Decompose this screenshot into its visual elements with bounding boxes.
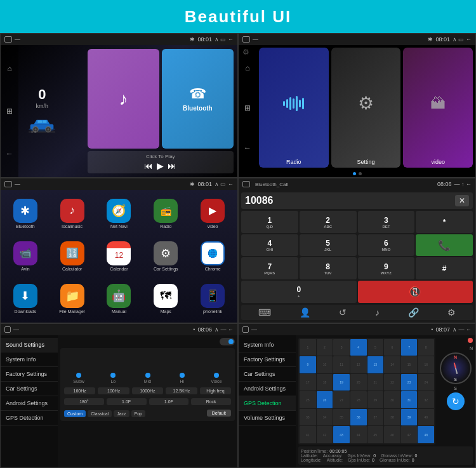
car-settings-gps-item[interactable]: Car Settings <box>239 367 296 382</box>
voice-slider[interactable]: Voice <box>202 378 231 384</box>
app-chrome[interactable]: 🌐 Chrome <box>190 241 235 271</box>
dial-1[interactable]: 1Q.D <box>241 211 298 233</box>
val-1f-2[interactable]: 1.0F <box>149 398 189 405</box>
app-avin[interactable]: 📹 Avin <box>3 241 48 271</box>
freq-high[interactable]: High freq <box>200 387 231 394</box>
gps-detection-item[interactable]: GPS Detection <box>1 411 58 425</box>
default-button[interactable]: Default <box>207 410 231 417</box>
navi-app-icon: 🧭 <box>107 199 131 223</box>
app-calculator[interactable]: 🔢 Calculator <box>50 241 95 271</box>
system-info-item[interactable]: System Info <box>1 352 58 367</box>
freq-1000hz[interactable]: 1000Hz <box>132 387 163 394</box>
nav-3: ∧ ▭ ← <box>215 181 234 187</box>
back-icon[interactable]: ← <box>6 149 13 158</box>
mid-slider[interactable]: Mid <box>133 378 162 384</box>
lo-slider[interactable]: Lo <box>98 378 128 384</box>
dial-5[interactable]: 5JKL <box>300 234 357 257</box>
panel6-content: System Info Factory Settings Car Setting… <box>239 335 475 467</box>
volume-settings-gps-item[interactable]: Volume Settings <box>239 411 296 425</box>
home-icon[interactable]: ⌂ <box>7 64 11 73</box>
playback-controls[interactable]: ⏮ ▶ ⏭ <box>90 161 231 171</box>
sound-settings-item[interactable]: Sound Settings <box>1 338 58 352</box>
app-maps[interactable]: 🗺 Maps <box>143 284 188 314</box>
preset-custom[interactable]: Custom <box>64 410 86 417</box>
recent-icon[interactable]: ↺ <box>339 307 347 318</box>
next-btn[interactable]: ⏭ <box>168 161 176 171</box>
preset-pop[interactable]: Pop <box>131 410 145 417</box>
prev-btn[interactable]: ⏮ <box>144 161 153 171</box>
time-4: 08:06 <box>437 181 452 187</box>
settings-icon[interactable]: ⚙ <box>447 307 456 318</box>
app-radio[interactable]: 📻 Radio <box>143 199 188 229</box>
factory-settings-item[interactable]: Factory Settings <box>1 367 58 382</box>
dial-9[interactable]: 9WXYZ <box>358 257 415 279</box>
app-video[interactable]: ▶ video <box>190 199 235 229</box>
preset-classical[interactable]: Classical <box>88 410 112 417</box>
grid-icon[interactable]: ⊞ <box>6 107 13 116</box>
files-app-label: File Manager <box>59 309 85 314</box>
dial-star[interactable]: * <box>416 211 473 233</box>
app-bluetooth[interactable]: ✱ Bluetooth <box>3 199 48 229</box>
app-filemanager[interactable]: 📁 File Manager <box>50 284 95 314</box>
downloads-app-label: Downloads <box>15 309 37 314</box>
app-downloads[interactable]: ⬇ Downloads <box>3 284 48 314</box>
keyboard-icon[interactable]: ⌨ <box>258 307 271 318</box>
app-phonelink[interactable]: 📱 phonelink <box>190 284 235 314</box>
compass-south: S <box>454 377 457 382</box>
dial-hash[interactable]: # <box>416 257 473 279</box>
factory-settings-gps-item[interactable]: Factory Settings <box>239 352 296 367</box>
call-button[interactable]: 📞 <box>416 234 473 257</box>
phonelink-app-icon: 📱 <box>201 284 225 308</box>
dial-4[interactable]: 4GHI <box>241 234 298 257</box>
page-dots <box>239 170 475 177</box>
system-info-gps-item[interactable]: System Info <box>239 338 296 352</box>
app-calendar[interactable]: 12 Calendar <box>97 241 142 271</box>
speed-display: 0 km/h <box>36 86 49 109</box>
radio-menu-item[interactable]: Radio <box>259 48 329 168</box>
video-menu-item[interactable]: 🏔 video <box>403 48 473 168</box>
panel-app-launcher: — ✱ 08:01 ∧ ▭ ← ✱ Bluetooth ♪ localmusic <box>0 178 238 323</box>
val-1f-1[interactable]: 1.0F <box>107 398 147 405</box>
panel-sound-settings: — • 08:06 ∧ — ← Sound Settings System In… <box>0 323 238 468</box>
dial-2[interactable]: 2ABC <box>300 211 357 233</box>
val-180[interactable]: 180° <box>64 398 104 405</box>
app-netnavi[interactable]: 🧭 Net Navi <box>97 199 142 229</box>
dial-8[interactable]: 8TUV <box>300 257 357 279</box>
grid-icon-2[interactable]: ⊞ <box>244 104 251 112</box>
freq-100hz[interactable]: 100Hz <box>98 387 129 394</box>
backspace-button[interactable]: ✕ <box>455 195 469 206</box>
dial-3[interactable]: 3DEF <box>358 211 415 233</box>
play-btn[interactable]: ▶ <box>157 161 164 171</box>
setting-menu-item[interactable]: ⚙ Setting <box>331 48 401 168</box>
android-settings-gps-item[interactable]: Android Settings <box>239 382 296 396</box>
home-icon-2[interactable]: ⌂ <box>245 64 249 72</box>
val-rock[interactable]: Rock <box>191 398 231 405</box>
hi-slider[interactable]: Hi <box>168 378 197 384</box>
freq-12khz[interactable]: 12.5KHz <box>166 387 197 394</box>
contacts-icon[interactable]: 👤 <box>300 307 310 318</box>
app-carsettings[interactable]: ⚙ Car Settings <box>143 241 188 271</box>
gps-detection-gps-item[interactable]: GPS Detection <box>239 396 296 411</box>
avin-app-icon: 📹 <box>13 241 37 265</box>
dial-0[interactable]: 0+ <box>241 281 357 303</box>
preset-jazz[interactable]: Jazz <box>114 410 129 417</box>
refresh-button[interactable]: ↻ <box>447 392 465 410</box>
phone-card[interactable]: ☎ Bluetooth <box>162 49 234 149</box>
dial-6[interactable]: 6MNO <box>358 234 415 257</box>
freq-160hz[interactable]: 160Hz <box>64 387 95 394</box>
car-settings-item[interactable]: Car Settings <box>1 382 58 396</box>
hangup-button[interactable]: 📵 <box>358 281 473 303</box>
music-card[interactable]: ♪ <box>88 49 159 149</box>
android-settings-item[interactable]: Android Settings <box>1 396 58 411</box>
eq-toggle[interactable] <box>220 338 235 345</box>
dial-7[interactable]: 7PQRS <box>241 257 298 279</box>
music-icon[interactable]: ♪ <box>375 307 380 318</box>
subw-slider[interactable]: Subw <box>64 378 93 384</box>
carsettings-app-icon: ⚙ <box>154 241 178 265</box>
gps-info-row-2: Latitude: Accuracy: Gps InView: 0 Glonas… <box>301 453 470 458</box>
link-icon[interactable]: 🔗 <box>408 307 419 318</box>
svg-rect-6 <box>38 121 43 123</box>
back-icon-2[interactable]: ← <box>244 144 251 152</box>
app-manual[interactable]: 🤖 Manual <box>97 284 142 314</box>
app-localmusic[interactable]: ♪ localmusic <box>50 199 95 229</box>
